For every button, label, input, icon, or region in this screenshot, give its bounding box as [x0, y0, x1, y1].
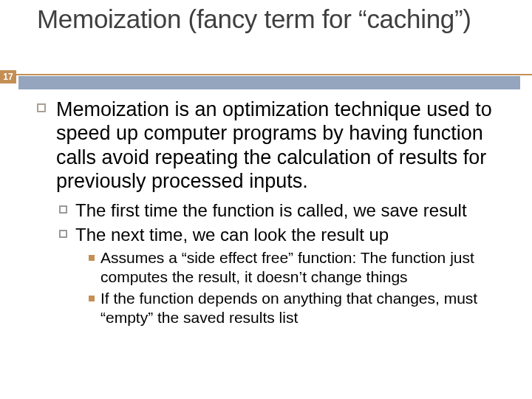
- bullet-text: If the function depends on anything that…: [100, 290, 477, 326]
- bullet-text: The next time, we can look the result up: [75, 225, 389, 245]
- slide: Memoization (fancy term for “caching”) 1…: [0, 0, 532, 399]
- bullet-level2: The first time the function is called, w…: [37, 200, 510, 221]
- bullet-text: The first time the function is called, w…: [75, 200, 467, 220]
- square-outline-icon: [59, 205, 67, 214]
- square-outline-icon: [37, 103, 46, 112]
- bullet-level2: The next time, we can look the result up: [37, 224, 510, 245]
- bullet-level3: If the function depends on anything that…: [37, 289, 510, 327]
- square-solid-icon: [89, 255, 95, 261]
- square-outline-icon: [59, 230, 67, 238]
- page-number-badge: 17: [0, 70, 16, 83]
- accent-bar: [18, 76, 520, 89]
- slide-body: Memoization is an optimization technique…: [37, 98, 510, 327]
- slide-title: Memoization (fancy term for “caching”): [37, 4, 510, 34]
- bullet-text: Memoization is an optimization technique…: [56, 98, 492, 192]
- square-solid-icon: [89, 296, 95, 301]
- bullet-level3: Assumes a “side effect free” function: T…: [37, 248, 510, 286]
- bullet-text: Assumes a “side effect free” function: T…: [100, 249, 474, 285]
- bullet-level1: Memoization is an optimization technique…: [37, 98, 510, 194]
